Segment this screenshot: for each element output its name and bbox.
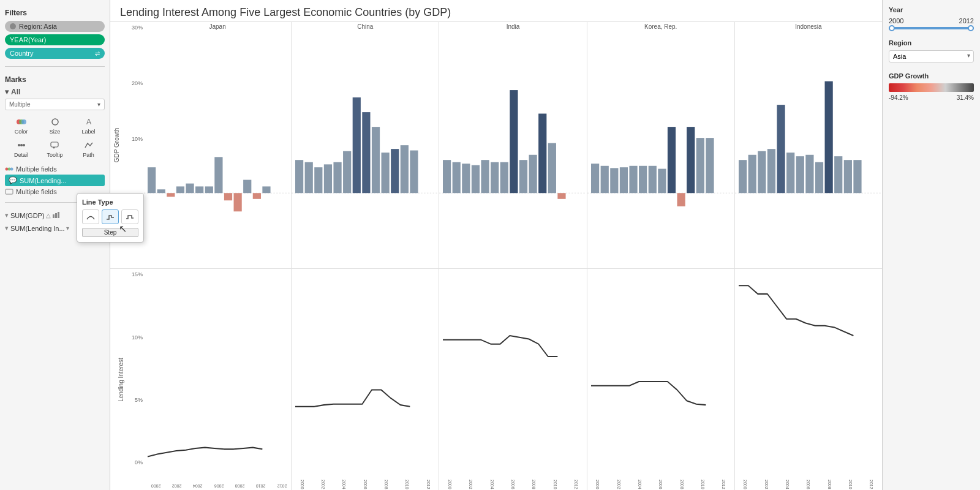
lending-interest-label: Lending Interest	[118, 358, 124, 402]
svg-rect-70	[687, 127, 695, 193]
marks-icons: Color Size A Label Detail Tooltip	[5, 115, 105, 160]
right-panel: Year 2000 2012 Region Asia Europe Americ…	[882, 0, 980, 490]
year-slider-track[interactable]	[889, 27, 974, 29]
multiple-fields-icon	[5, 165, 13, 173]
svg-rect-34	[314, 167, 322, 193]
svg-rect-81	[805, 155, 813, 193]
svg-rect-75	[748, 155, 756, 193]
svg-marker-9	[53, 147, 55, 149]
region-select[interactable]: Asia Europe Americas Africa	[889, 50, 974, 62]
marks-color-btn[interactable]: Color	[5, 115, 37, 137]
svg-rect-57	[548, 143, 556, 194]
year-slider-right-thumb[interactable]	[968, 25, 974, 31]
marks-dropdown-label: Multiple	[9, 101, 30, 108]
marks-label-btn[interactable]: A Label	[72, 115, 105, 137]
svg-rect-44	[410, 151, 418, 194]
year-title: Year	[889, 6, 974, 13]
svg-rect-85	[844, 160, 852, 193]
indonesia-label: Indonesia	[735, 22, 882, 31]
india-line-svg	[439, 269, 586, 478]
india-label: India	[439, 22, 586, 31]
bottom-y-axis: Lending Interest 15% 10% 5% 0%	[110, 269, 144, 490]
svg-rect-78	[777, 105, 785, 193]
svg-point-2	[21, 119, 26, 124]
japan-x-labels: 2000 2002 2004 2006 2008 2010 2012	[144, 480, 291, 490]
gdp-range: -94.2% 31.4%	[889, 94, 974, 101]
svg-rect-82	[815, 162, 823, 193]
marks-all[interactable]: All	[5, 88, 105, 96]
svg-rect-74	[739, 160, 747, 193]
svg-rect-43	[401, 145, 409, 193]
filters-title: Filters	[5, 9, 105, 17]
size-label: Size	[50, 129, 61, 135]
marks-dropdown-arrow: ▾	[97, 101, 100, 108]
bottom-chart-row: Lending Interest 15% 10% 5% 0%	[110, 269, 882, 490]
marks-path-btn[interactable]: Path	[72, 138, 105, 160]
region-title: Region	[889, 39, 974, 47]
svg-point-7	[23, 144, 25, 146]
popup-curve-btn[interactable]	[82, 209, 99, 224]
marks-divider	[5, 66, 105, 67]
filter-region[interactable]: Region: Asia	[5, 21, 105, 32]
sum-gdp-bars	[52, 212, 61, 219]
detail-icon	[16, 141, 27, 151]
svg-rect-79	[786, 153, 794, 193]
y-20: 20%	[132, 80, 143, 86]
svg-rect-72	[706, 138, 714, 193]
popup-title: Line Type	[82, 198, 138, 206]
indonesia-bars-svg	[735, 31, 882, 266]
path-icon	[83, 141, 94, 151]
sum-lending-int-label: SUM(Lending In...	[10, 225, 65, 232]
by-10: 10%	[132, 334, 143, 341]
sum-lending-row[interactable]: 💬 SUM(Lending...	[5, 175, 105, 186]
popup-step-mid-btn[interactable]	[121, 209, 138, 224]
svg-rect-42	[391, 149, 399, 193]
chart-content: GDP Growth 30% 20% 10% 0% Japan	[110, 22, 882, 490]
year-end: 2012	[959, 17, 974, 24]
svg-rect-36	[334, 162, 342, 193]
svg-rect-46	[443, 160, 451, 193]
marks-tooltip-btn[interactable]: Tooltip	[39, 138, 71, 160]
svg-rect-68	[668, 127, 676, 193]
gdp-section: GDP Growth -94.2% 31.4%	[889, 72, 974, 101]
india-x-labels: 2000 2002 2004 2006 2008 2010 2012	[439, 480, 586, 490]
sum-lending-icon: 💬	[9, 176, 17, 184]
india-bottom-panel: 2000 2002 2004 2006 2008 2010 2012	[439, 269, 587, 490]
svg-rect-77	[767, 149, 775, 193]
tooltip-label: Tooltip	[47, 152, 62, 158]
marks-detail-btn[interactable]: Detail	[5, 138, 37, 160]
japan-bottom-panel: 2000 2002 2004 2006 2008 2010 2012	[144, 269, 292, 490]
multiple-fields-label: Multiple fields	[16, 165, 57, 173]
popup-icons	[82, 209, 138, 224]
filter-country[interactable]: Country ⇌	[5, 48, 105, 59]
svg-rect-37	[343, 151, 351, 193]
korea-x-labels: 2000 2002 2004 2006 2008 2010 2012	[587, 480, 734, 490]
marks-dropdown[interactable]: Multiple ▾	[5, 99, 105, 110]
japan-top-panel: Japan	[144, 22, 292, 268]
gdp-max: 31.4%	[957, 94, 974, 101]
svg-rect-67	[658, 169, 666, 194]
sum-gdp-chevron: ▾	[5, 211, 9, 219]
popup-step-label: Step	[82, 228, 138, 237]
svg-rect-52	[500, 162, 508, 193]
svg-text:A: A	[86, 118, 91, 126]
svg-rect-62	[610, 168, 618, 193]
svg-rect-60	[591, 164, 599, 193]
svg-rect-55	[529, 155, 537, 193]
indonesia-bottom-panel: 2000 2002 2004 2006 2008 2010 2012	[735, 269, 882, 490]
svg-rect-69	[677, 193, 685, 206]
popup-step-btn[interactable]	[102, 209, 119, 224]
indonesia-x-labels: 2000 2002 2004 2006 2008 2010 2012	[735, 480, 882, 490]
marks-size-btn[interactable]: Size	[39, 115, 71, 137]
svg-rect-66	[648, 166, 656, 193]
size-icon	[50, 118, 61, 127]
korea-bottom-panel: 2000 2002 2004 2006 2008 2010 2012	[587, 269, 735, 490]
korea-line-svg	[587, 269, 734, 478]
filter-year[interactable]: YEAR(Year)	[5, 34, 105, 45]
svg-rect-20	[167, 193, 175, 197]
sum-lending-arrow: ▾	[66, 225, 69, 232]
filter-country-icon: ⇌	[95, 50, 100, 57]
india-top-panel: India	[439, 22, 587, 268]
svg-rect-39	[363, 112, 371, 193]
year-slider-left-thumb[interactable]	[889, 25, 895, 31]
